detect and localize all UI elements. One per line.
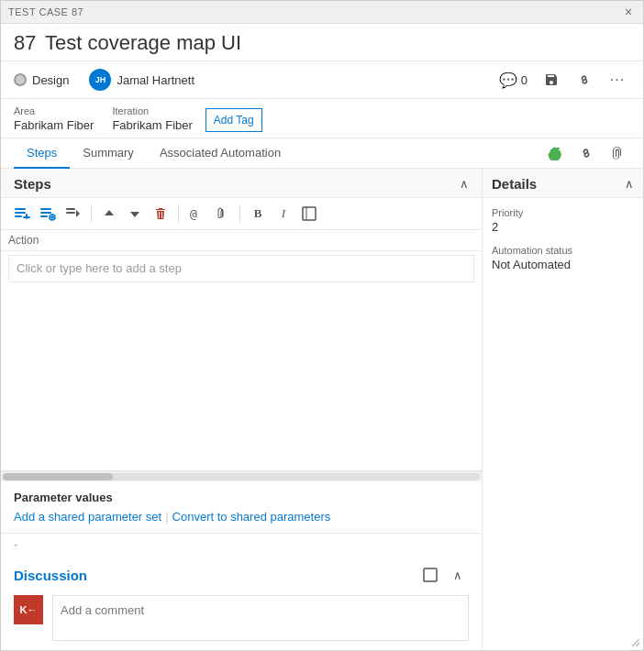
bold-icon: B [254, 206, 262, 221]
toolbar-row: Design JH Jamal Hartnett 💬 0 ··· [1, 61, 643, 99]
work-item-title: Test coverage map UI [45, 31, 241, 54]
status-label: Design [32, 73, 69, 87]
comment-row: K← [14, 595, 469, 641]
title-bar-text: TEST CASE 87 [8, 6, 83, 17]
collapse-discussion-button[interactable]: ∧ [447, 564, 469, 586]
tab-steps[interactable]: Steps [14, 138, 70, 169]
details-header: Details ∧ [483, 169, 643, 198]
title-bar: TEST CASE 87 × [1, 1, 643, 24]
resize-handle[interactable] [628, 635, 639, 646]
refresh-button[interactable] [542, 140, 568, 166]
discussion-section: Discussion ∧ K← [1, 555, 482, 650]
link-button[interactable] [573, 140, 599, 166]
steps-header: Steps ∧ [1, 169, 482, 198]
status-circle [14, 73, 27, 86]
main-content: Steps ∧ [1, 169, 643, 650]
step-action-cell: Click or type here to add a step [1, 251, 482, 287]
header: 87 Test coverage map UI [1, 24, 643, 61]
add-step-button[interactable] [10, 202, 34, 226]
avatar-initials: JH [95, 75, 106, 84]
svg-rect-14 [303, 207, 316, 220]
scrollbar[interactable] [1, 470, 482, 481]
convert-shared-param-link[interactable]: Convert to shared parameters [172, 510, 331, 524]
assigned-name: Jamal Hartnett [117, 73, 194, 87]
user-initials: K← [20, 604, 38, 615]
param-links: Add a shared parameter set | Convert to … [14, 510, 469, 524]
separator-3 [239, 204, 240, 223]
svg-rect-16 [424, 568, 437, 581]
add-step-row: Click or type here to add a step [1, 251, 482, 287]
work-item-number: 87 [14, 31, 36, 54]
param-section: Parameter values Add a shared parameter … [1, 481, 482, 534]
tab-summary[interactable]: Summary [70, 138, 147, 169]
svg-text:@: @ [190, 207, 197, 221]
steps-title: Steps [14, 176, 51, 192]
separator-1 [91, 204, 92, 223]
status-badge[interactable]: Design [14, 73, 69, 87]
user-avatar: K← [14, 595, 43, 624]
avatar: JH [89, 69, 111, 91]
svg-rect-1 [15, 212, 26, 214]
svg-line-18 [636, 643, 639, 646]
add-tag-button[interactable]: Add Tag [205, 108, 262, 132]
details-content: Priority 2 Automation status Not Automat… [483, 198, 643, 292]
action-column-header: Action [1, 230, 482, 251]
toolbar-actions: ··· [539, 67, 630, 93]
comment-badge: 💬 0 [499, 72, 527, 89]
details-collapse-button[interactable]: ∧ [625, 177, 634, 191]
expand-discussion-button[interactable] [419, 564, 441, 586]
steps-area: Steps ∧ [1, 169, 483, 650]
attach-button[interactable] [605, 140, 630, 166]
insert-shared-step-button[interactable] [61, 202, 85, 226]
priority-value: 2 [492, 220, 634, 234]
steps-table-container: Action Click or type here to add a step [1, 230, 482, 470]
priority-label: Priority [492, 207, 634, 218]
svg-rect-11 [66, 208, 75, 210]
discussion-title: Discussion [14, 568, 87, 583]
move-down-button[interactable] [123, 202, 147, 226]
bold-button[interactable]: B [246, 202, 270, 226]
automation-status-field: Automation status Not Automated [492, 245, 634, 271]
automation-status-value: Not Automated [492, 258, 634, 271]
tab-actions [542, 140, 630, 166]
scrollbar-thumb [3, 473, 113, 480]
save-button[interactable] [539, 67, 564, 93]
details-panel: Details ∧ Priority 2 Automation status N… [483, 169, 643, 650]
add-shared-step-button[interactable] [36, 202, 60, 226]
main-window: TEST CASE 87 × 87 Test coverage map UI D… [0, 0, 644, 651]
italic-icon: I [282, 206, 285, 221]
move-up-button[interactable] [97, 202, 121, 226]
area-value: Fabrikam Fiber [14, 118, 94, 132]
iteration-field: Iteration Fabrikam Fiber [112, 105, 192, 132]
delete-button[interactable] [149, 202, 172, 226]
expand-button[interactable] [297, 202, 321, 226]
italic-button[interactable]: I [272, 202, 295, 226]
tabs: Steps Summary Associated Automation [1, 138, 643, 169]
details-title: Details [492, 176, 537, 192]
priority-field: Priority 2 [492, 207, 634, 234]
iteration-label: Iteration [112, 105, 192, 116]
comment-input[interactable] [52, 595, 469, 641]
automation-status-label: Automation status [492, 245, 634, 256]
svg-rect-0 [15, 208, 26, 210]
close-button[interactable]: × [621, 5, 636, 19]
svg-rect-7 [40, 215, 48, 217]
chevron-up-icon: ∧ [453, 568, 462, 582]
svg-line-17 [632, 639, 639, 646]
fields-row: Area Fabrikam Fiber Iteration Fabrikam F… [1, 99, 643, 138]
area-label: Area [14, 105, 94, 116]
param-title: Parameter values [14, 491, 469, 504]
comment-count: 0 [521, 73, 527, 87]
insert-param-button[interactable]: @ [184, 202, 208, 226]
steps-collapse-button[interactable]: ∧ [460, 177, 469, 191]
step-input[interactable]: Click or type here to add a step [8, 255, 474, 282]
more-options-button[interactable]: ··· [605, 67, 630, 93]
add-shared-param-link[interactable]: Add a shared parameter set [14, 510, 161, 524]
assigned-to[interactable]: JH Jamal Hartnett [89, 69, 194, 91]
tab-associated-automation[interactable]: Associated Automation [147, 138, 294, 169]
dash-section: - [1, 534, 482, 555]
add-attachment-button[interactable] [210, 202, 234, 226]
copy-link-button[interactable] [572, 67, 597, 93]
separator-2 [178, 204, 179, 223]
svg-rect-5 [40, 208, 51, 210]
